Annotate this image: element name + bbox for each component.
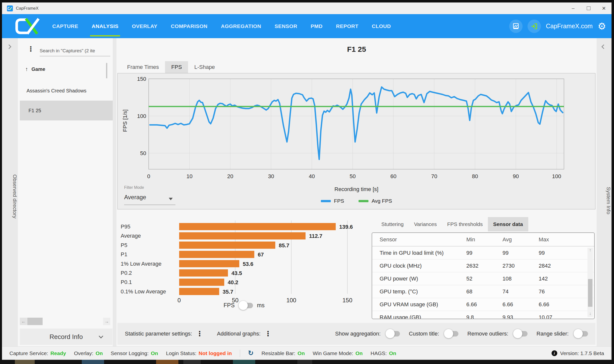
close-icon: × [602, 4, 606, 12]
x-axis-title: Recording time [s] [118, 186, 595, 193]
chart-tab-fps[interactable]: FPS [165, 61, 188, 73]
sort-ascending-icon: ↑ [25, 66, 28, 72]
table-cell: GPU VRAM usage (GB) [380, 301, 466, 308]
maximize-button[interactable] [581, 2, 596, 14]
nav-tab-comparison[interactable]: COMPARISON [164, 14, 214, 38]
svg-text:50: 50 [140, 150, 146, 156]
capframex-site-link[interactable]: CapFrameX.com [546, 23, 593, 30]
refresh-icon[interactable]: ↻ [248, 350, 254, 357]
screenshot-button[interactable] [509, 20, 523, 33]
captures-menu-kebab-icon[interactable]: ⋮ [27, 46, 34, 53]
capture-list-item[interactable]: F1 25 [20, 101, 113, 120]
nav-tab-pmd[interactable]: PMD [304, 14, 329, 38]
left-arrow-icon: ← [21, 319, 26, 324]
status-value: On [298, 350, 305, 356]
svg-text:150: 150 [342, 297, 352, 304]
svg-text:P95: P95 [121, 224, 130, 230]
scroll-up-button[interactable]: ↑ [587, 248, 593, 254]
scroll-left-button[interactable]: ← [20, 318, 27, 325]
down-arrow-icon: ↓ [589, 311, 591, 316]
horizontal-scrollbar-thumb[interactable] [27, 318, 43, 325]
fps-chart-panel: 010203040506070809010050100150 FPS [1/s]… [117, 73, 595, 209]
toggle-label: Custom title: [409, 331, 439, 337]
status-item: Sensor Logging:On [111, 350, 158, 356]
avg-fps-legend-swatch [359, 200, 368, 202]
svg-text:85.7: 85.7 [279, 242, 289, 249]
close-button[interactable]: × [596, 2, 612, 14]
windows-taskbar [0, 360, 614, 364]
table-cell: GPU clock (MHz) [380, 263, 466, 269]
stats-tab-fps-thresholds[interactable]: FPS thresholds [442, 217, 488, 231]
list-scrollbar-thumb[interactable] [106, 63, 107, 78]
svg-text:112.7: 112.7 [309, 233, 322, 239]
stats-tab-stuttering[interactable]: Stuttering [376, 217, 409, 231]
toggle-switch[interactable] [444, 331, 458, 336]
scroll-right-button[interactable]: → [103, 318, 110, 325]
toggle-knob [239, 301, 248, 310]
toggle-custom-title-: Custom title: [409, 331, 458, 337]
toggle-switch[interactable] [386, 331, 400, 336]
chart-tab-l-shape[interactable]: L-Shape [188, 61, 221, 73]
toggle-remove-outliers-: Remove outliers: [467, 331, 528, 337]
nav-tab-analysis[interactable]: ANALYSIS [85, 14, 125, 38]
svg-text:70: 70 [431, 173, 437, 179]
toggle-switch[interactable] [574, 331, 588, 336]
status-item: Capture Service:Ready [9, 350, 66, 356]
stat-settings-kebab-icon[interactable]: ⋮ [196, 330, 203, 337]
table-cell: 6.66 [539, 301, 594, 308]
nav-tab-aggregation[interactable]: AGGREGATION [214, 14, 268, 38]
nav-tab-overlay[interactable]: OVERLAY [125, 14, 164, 38]
table-scrollbar-thumb[interactable] [588, 279, 592, 307]
nav-tab-cloud[interactable]: CLOUD [365, 14, 398, 38]
status-item: Overlay:On [74, 350, 103, 356]
collapse-panel-chevron-icon[interactable] [601, 44, 606, 49]
svg-text:53.6: 53.6 [243, 261, 253, 267]
chart-type-tabs: Frame TimesFPSL-Shape [121, 61, 221, 73]
up-arrow-icon: ↑ [589, 248, 591, 252]
status-item: Win Game Mode:On [313, 350, 363, 356]
observed-directory-label[interactable]: Observed directory [2, 174, 18, 218]
panel-divider [113, 38, 116, 346]
legend-entry-avg-fps: Avg FPS [359, 198, 392, 204]
table-cell: 76 [539, 288, 594, 295]
desktop: CapFrameX – × CAPTUREANALYSISOVERLAYCOMP… [0, 0, 614, 364]
svg-text:0: 0 [177, 297, 181, 304]
nav-bar: CAPTUREANALYSISOVERLAYCOMPARISONAGGREGAT… [2, 14, 612, 38]
nav-tab-capture[interactable]: CAPTURE [46, 14, 85, 38]
capture-list-item[interactable]: Assassin's Creed Shadows [18, 81, 113, 101]
nav-tab-sensor[interactable]: SENSOR [268, 14, 304, 38]
login-button[interactable] [528, 20, 541, 33]
title-bar: CapFrameX – × [2, 2, 612, 14]
system-info-label[interactable]: System Info [597, 187, 612, 214]
stats-tab-variances[interactable]: Variances [409, 217, 442, 231]
scroll-down-button[interactable]: ↓ [587, 311, 593, 317]
sort-header-game[interactable]: ↑ Game [25, 66, 45, 72]
legend-entry-fps: FPS [321, 198, 344, 204]
toggle-group: Show aggregation:Custom title:Remove out… [335, 331, 588, 337]
table-cell: GPU power (W) [380, 276, 466, 282]
capframex-window: CapFrameX – × CAPTUREANALYSISOVERLAYCOMP… [2, 2, 612, 360]
svg-text:1% Low Average: 1% Low Average [121, 261, 162, 267]
additional-graphs-kebab-icon[interactable]: ⋮ [265, 330, 272, 337]
status-label: Login Status: [166, 350, 196, 356]
expand-panel-chevron-icon[interactable] [7, 44, 11, 49]
fps-unit-label: FPS [223, 302, 235, 309]
horizontal-scrollbar: ← → [18, 318, 113, 325]
stats-tab-sensor-data[interactable]: Sensor data [488, 217, 528, 231]
nav-tab-report[interactable]: REPORT [329, 14, 365, 38]
toggle-switch[interactable] [513, 331, 528, 336]
table-body: Time in GPU load limit (%)999999GPU cloc… [372, 246, 594, 319]
chart-tab-frame-times[interactable]: Frame Times [121, 61, 165, 73]
status-value: On [96, 350, 103, 356]
svg-text:100: 100 [286, 297, 296, 304]
fps-line-chart[interactable]: 010203040506070809010050100150 [133, 77, 581, 182]
search-input[interactable]: Search in "Captures" (2 ite [40, 48, 111, 54]
gear-icon[interactable]: ⚙ [598, 22, 606, 31]
record-info-button[interactable]: Record Info [20, 329, 112, 345]
svg-text:139.6: 139.6 [339, 224, 353, 230]
table-cell: 10.07 [539, 314, 594, 319]
fps-ms-toggle[interactable] [239, 303, 253, 308]
minimize-button[interactable]: – [565, 2, 581, 14]
table-cell: 68 [466, 288, 502, 295]
status-value: On [151, 350, 158, 356]
